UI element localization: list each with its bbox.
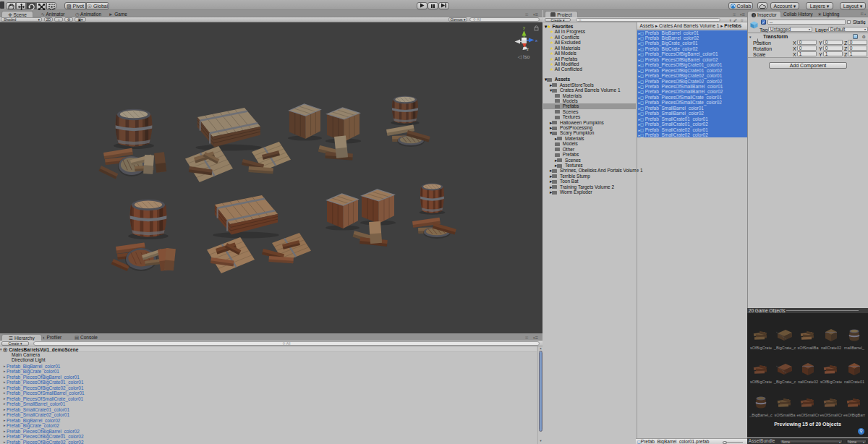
svg-text:y: y <box>523 25 525 30</box>
svg-text:◁ Iso: ◁ Iso <box>518 54 530 59</box>
svg-text:x: x <box>535 38 537 43</box>
